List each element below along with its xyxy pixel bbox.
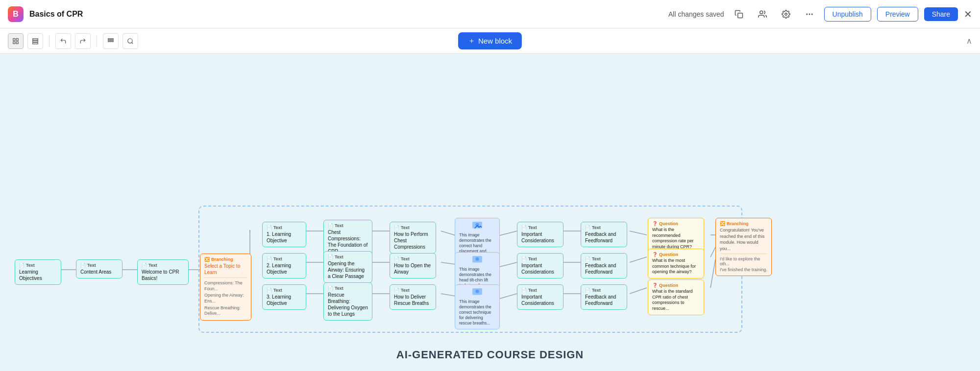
unpublish-button[interactable]: Unpublish [824,7,871,22]
node-how-to-airway[interactable]: 📄Text How to Open the Airway [390,253,436,278]
svg-point-51 [475,257,479,261]
grid-layout-button[interactable] [103,33,119,49]
plus-icon: ＋ [468,36,475,46]
app-logo: B [8,6,24,22]
new-block-label: New block [478,37,512,45]
svg-point-19 [128,38,132,43]
node-important-3[interactable]: 📄Text Important Considerations [517,284,564,310]
svg-rect-8 [13,42,15,44]
share-button[interactable]: Share [924,7,958,21]
node-lo1[interactable]: 📄Text 1. Learning Objective [262,222,306,247]
node-rescue-breathing-text[interactable]: 📄Text Rescue Breathing: Delivering Oxyge… [323,282,372,321]
editor-canvas[interactable]: 📄Text Learning Objectives 📄Text Content … [0,54,980,371]
preview-button[interactable]: Preview [877,7,918,22]
svg-rect-15 [112,38,113,39]
logo-letter: B [13,10,19,19]
svg-rect-9 [16,42,18,44]
svg-rect-16 [108,40,109,41]
outline-view-button[interactable] [8,33,24,49]
node-branching-1[interactable]: 🔀Branching Select a Topic to Learn Compr… [200,254,251,321]
node-learning-objectives[interactable]: 📄Text Learning Objectives [15,259,61,285]
node-how-to-compressions[interactable]: 📄Text How to Perform Chest Compressions [390,222,436,254]
svg-point-1 [760,11,762,14]
node-content-areas[interactable]: 📄Text Content Areas [76,259,122,278]
node-welcome[interactable]: 📄Text Welcome to CPR Basics! [137,259,189,285]
node-question-1[interactable]: ❓Question What is the recommended compre… [648,218,704,254]
node-feedback-1[interactable]: 📄Text Feedback and Feedforward [581,222,627,247]
node-how-to-rescue[interactable]: 📄Text How to Deliver Rescue Breaths [390,284,436,310]
node-lo3[interactable]: 📄Text 3. Learning Objective [262,284,306,310]
node-important-2[interactable]: 📄Text Important Considerations [517,253,564,278]
copy-icon-button[interactable] [730,5,748,23]
svg-rect-13 [108,38,109,39]
svg-rect-12 [33,42,38,44]
node-question-3[interactable]: ❓Question What is the standard CPR ratio… [648,279,704,315]
node-important-1[interactable]: 📄Text Important Considerations [517,222,564,247]
list-view-button[interactable] [27,33,43,49]
collapse-toolbar-button[interactable]: ∧ [966,36,972,46]
node-feedback-2[interactable]: 📄Text Feedback and Feedforward [581,253,627,278]
svg-rect-0 [737,13,742,18]
settings-icon-button[interactable] [777,5,795,23]
new-block-button[interactable]: ＋ New block [458,32,522,49]
node-feedback-3[interactable]: 📄Text Feedback and Feedforward [581,284,627,310]
svg-point-2 [784,13,787,15]
editor-toolbar: ＋ New block ∧ [0,28,980,54]
svg-point-5 [811,14,812,15]
svg-rect-10 [33,38,38,40]
save-status: All changes saved [668,10,724,18]
svg-rect-6 [13,38,15,40]
undo-button[interactable] [55,33,71,49]
svg-point-3 [807,14,808,15]
svg-rect-18 [112,40,113,41]
course-title: Basics of CPR [29,10,83,19]
redo-button[interactable] [75,33,91,49]
svg-rect-17 [110,40,111,41]
svg-line-20 [132,42,133,44]
svg-rect-11 [33,40,38,42]
node-lo2[interactable]: 📄Text 2. Learning Objective [262,253,306,278]
top-navigation: B Basics of CPR All changes saved Unpubl… [0,0,980,28]
toolbar-divider-1 [49,35,49,47]
svg-point-4 [809,14,810,15]
more-options-button[interactable] [801,5,818,23]
node-image-rescue[interactable]: This image demonstrates the correct tech… [455,284,500,329]
toolbar-divider-2 [97,35,97,47]
node-opening-airway-text[interactable]: 📄Text Opening the Airway: Ensuring a Cle… [323,251,372,283]
users-icon-button[interactable] [754,5,771,23]
svg-rect-14 [110,38,111,39]
search-button[interactable] [122,33,138,49]
close-button[interactable]: ✕ [964,8,972,20]
node-question-2[interactable]: ❓Question What is the most common techni… [648,249,704,278]
bottom-label: AI-GENERATED COURSE DESIGN [396,348,584,361]
svg-rect-7 [16,38,18,40]
node-branching-2[interactable]: 🔀Branching Congratulation! You've reache… [715,218,772,276]
svg-point-53 [475,290,479,293]
